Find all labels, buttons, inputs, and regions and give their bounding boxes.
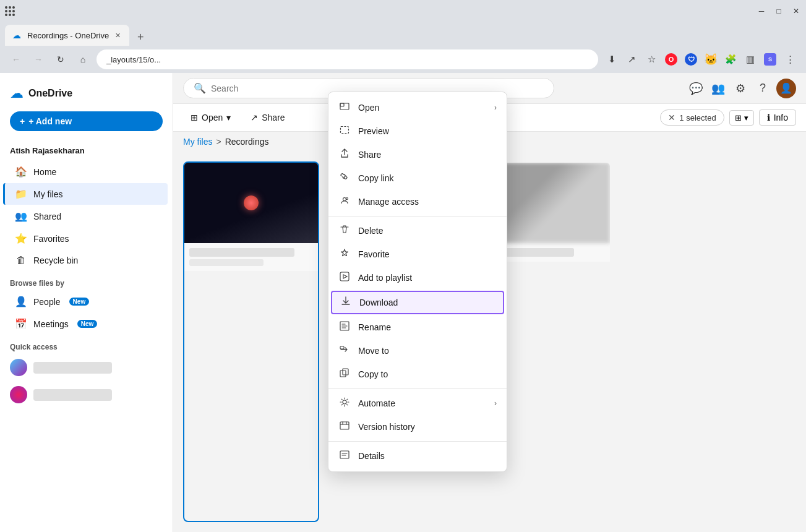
menu-share-label: Share (358, 150, 497, 160)
menu-copy-to-label: Copy to (358, 369, 497, 379)
svg-rect-12 (340, 422, 349, 429)
menu-item-share[interactable]: Share (328, 143, 507, 166)
menu-item-details[interactable]: Details (328, 444, 507, 468)
menu-move-label: Move to (358, 346, 497, 356)
menu-manage-access-icon (338, 195, 351, 208)
menu-version-icon (338, 421, 351, 433)
menu-item-manage-access[interactable]: Manage access (328, 190, 507, 213)
menu-details-icon (338, 450, 351, 462)
menu-item-move-to[interactable]: Move to (328, 339, 507, 363)
menu-automate-icon (338, 397, 351, 410)
menu-item-favorite[interactable]: Favorite (328, 242, 507, 266)
menu-details-label: Details (358, 451, 497, 461)
menu-playlist-icon (338, 272, 351, 284)
menu-item-automate[interactable]: Automate › (328, 392, 507, 415)
menu-item-rename[interactable]: Rename (328, 315, 507, 339)
menu-open-icon (338, 101, 351, 114)
menu-item-add-to-playlist[interactable]: Add to playlist (328, 266, 507, 290)
svg-rect-2 (341, 127, 349, 134)
menu-divider-1 (328, 216, 507, 217)
menu-preview-label: Preview (358, 126, 497, 136)
menu-automate-label: Automate (358, 398, 487, 408)
svg-point-3 (343, 198, 346, 201)
svg-point-11 (343, 400, 346, 404)
menu-open-arrow: › (494, 103, 497, 112)
menu-playlist-label: Add to playlist (358, 273, 497, 283)
menu-item-open[interactable]: Open › (328, 96, 507, 119)
menu-preview-icon (338, 125, 351, 137)
menu-delete-icon (338, 225, 351, 237)
menu-share-icon (338, 148, 351, 161)
menu-item-version-history[interactable]: Version history (328, 415, 507, 439)
menu-item-copy-to[interactable]: Copy to (328, 363, 507, 386)
menu-download-icon (340, 296, 352, 309)
menu-copy-link-label: Copy link (358, 173, 497, 183)
menu-item-download[interactable]: Download (331, 291, 504, 314)
menu-item-preview[interactable]: Preview (328, 119, 507, 143)
menu-favorite-icon (338, 248, 351, 260)
menu-manage-access-label: Manage access (358, 197, 497, 207)
menu-version-label: Version history (358, 422, 497, 432)
menu-item-copy-link[interactable]: Copy link (328, 166, 507, 190)
context-menu: Open › Preview Share Copy link Manage ac… (328, 92, 507, 472)
menu-rename-label: Rename (358, 322, 497, 332)
menu-copy-link-icon (338, 172, 351, 184)
menu-move-icon (338, 345, 351, 357)
menu-copy-to-icon (338, 368, 351, 380)
menu-download-label: Download (359, 298, 495, 307)
menu-rename-icon (338, 321, 351, 333)
menu-delete-label: Delete (358, 226, 497, 236)
svg-point-4 (346, 198, 348, 200)
svg-rect-8 (340, 346, 344, 349)
svg-rect-13 (340, 451, 349, 458)
menu-divider-3 (328, 441, 507, 442)
menu-item-delete[interactable]: Delete (328, 219, 507, 242)
menu-divider-2 (328, 388, 507, 389)
menu-open-label: Open (358, 103, 487, 113)
menu-automate-arrow: › (494, 399, 497, 408)
svg-marker-6 (343, 275, 347, 278)
svg-rect-0 (340, 103, 344, 106)
menu-favorite-label: Favorite (358, 249, 497, 259)
